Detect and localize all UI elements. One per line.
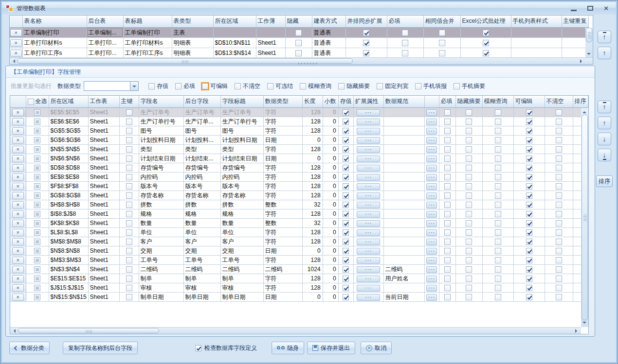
cell-region[interactable] xyxy=(213,27,256,37)
cell-data-spec[interactable] xyxy=(383,135,424,144)
store-value-checkbox[interactable] xyxy=(343,239,349,245)
editable-checkbox[interactable] xyxy=(526,285,532,291)
hidden-checkbox[interactable] xyxy=(295,50,302,56)
cell-worksheet[interactable]: Sheet1 xyxy=(88,135,119,144)
delete-row-button[interactable]: × xyxy=(12,155,24,162)
ext-attr-button[interactable]: ··· xyxy=(357,276,380,282)
column-header[interactable]: 数据规范 xyxy=(383,96,424,107)
cell-region[interactable]: $M$8:$M$8 xyxy=(49,237,88,246)
fuzzy-search-checkbox[interactable] xyxy=(495,266,501,273)
cell-field-name[interactable]: 内控码 xyxy=(139,172,183,181)
delete-row-button[interactable]: × xyxy=(12,220,24,227)
column-header[interactable]: 扩展属性 xyxy=(353,96,383,107)
hide-summary-checkbox[interactable] xyxy=(466,202,472,208)
row-select-checkbox[interactable] xyxy=(34,109,40,116)
option-checkbox[interactable] xyxy=(148,83,155,89)
cell-field-title[interactable]: 版本号 xyxy=(220,181,263,191)
required-checkbox[interactable] xyxy=(444,183,451,190)
cell-workbook[interactable]: Sheet1 xyxy=(256,37,285,48)
cell-length[interactable]: 128 xyxy=(302,144,323,154)
store-value-checkbox[interactable] xyxy=(343,220,349,226)
primary-key-checkbox[interactable] xyxy=(126,183,132,190)
cell-decimal[interactable]: 0 xyxy=(323,191,338,200)
cell-datatype[interactable]: 字符 xyxy=(263,163,302,172)
delete-row-button[interactable]: × xyxy=(12,183,24,190)
cell-length[interactable]: 0 xyxy=(302,135,323,144)
store-value-checkbox[interactable] xyxy=(343,137,349,143)
ext-attr-button[interactable]: ··· xyxy=(357,174,380,181)
column-header[interactable]: 字段标题 xyxy=(220,96,263,107)
cell-workbook[interactable] xyxy=(256,27,285,37)
delete-row-button[interactable]: × xyxy=(12,238,24,245)
cell-backend-field[interactable]: 内控码 xyxy=(183,172,220,181)
ext-attr-button[interactable]: ··· xyxy=(357,220,380,227)
editable-checkbox[interactable] xyxy=(526,165,532,171)
cell-field-title[interactable]: 单位 xyxy=(220,227,263,237)
fuzzy-search-checkbox[interactable] xyxy=(495,276,501,282)
ext-attr-button[interactable]: ··· xyxy=(357,119,380,125)
cell-decimal[interactable]: 0 xyxy=(323,117,338,126)
required-checkbox[interactable] xyxy=(444,229,451,236)
ext-attr-button[interactable]: ··· xyxy=(357,294,380,301)
delete-row-button[interactable]: × xyxy=(12,247,24,255)
cell-data-spec[interactable] xyxy=(383,209,424,218)
fuzzy-search-checkbox[interactable] xyxy=(495,156,501,162)
column-header[interactable]: 不清空 xyxy=(545,96,573,107)
store-value-checkbox[interactable] xyxy=(343,202,349,208)
cell-field-title[interactable]: 计划结束日期 xyxy=(220,154,263,163)
cell-length[interactable]: 128 xyxy=(302,227,323,237)
cell-backend-field[interactable]: 交期 xyxy=(183,246,220,255)
maximize-icon[interactable] xyxy=(587,6,593,11)
editable-checkbox[interactable] xyxy=(526,109,532,116)
cell-decimal[interactable]: 0 xyxy=(323,246,338,255)
store-value-checkbox[interactable] xyxy=(343,276,349,282)
cell-region[interactable]: $F$8:$F$8 xyxy=(49,181,88,191)
cell-worksheet[interactable]: Sheet1 xyxy=(88,107,119,117)
cell-length[interactable]: 128 xyxy=(302,274,323,283)
cell-field-title[interactable]: 生产订单号 xyxy=(220,107,263,117)
fuzzy-search-checkbox[interactable] xyxy=(495,229,501,236)
close-icon[interactable]: × xyxy=(604,5,608,11)
cell-data-spec[interactable] xyxy=(383,126,424,135)
cell-datatype[interactable]: 日期 xyxy=(263,154,302,163)
cell-region[interactable]: $G$5:$G$5 xyxy=(49,126,88,135)
column-header[interactable]: 必填 xyxy=(387,16,423,27)
cell-worksheet[interactable]: Sheet1 xyxy=(88,117,119,126)
store-value-checkbox[interactable] xyxy=(343,146,349,153)
keep-value-checkbox[interactable] xyxy=(556,192,562,199)
cell-field-name[interactable]: 审核 xyxy=(139,283,183,292)
editable-checkbox[interactable] xyxy=(526,248,532,254)
toolbar-option[interactable]: 手机摘要 xyxy=(454,82,485,90)
editable-checkbox[interactable] xyxy=(526,119,532,125)
cell-data-spec[interactable] xyxy=(383,117,424,126)
required-checkbox[interactable] xyxy=(444,239,451,245)
delete-row-button[interactable]: × xyxy=(12,127,24,135)
keep-value-checkbox[interactable] xyxy=(556,109,562,116)
excel-batch-checkbox[interactable] xyxy=(483,40,489,46)
hide-summary-checkbox[interactable] xyxy=(466,183,472,190)
cell-pk-duplicate[interactable] xyxy=(562,37,588,48)
scroll-left-icon[interactable] xyxy=(12,329,16,333)
cell-decimal[interactable]: 0 xyxy=(323,274,338,283)
required-checkbox[interactable] xyxy=(444,174,451,180)
cell-datatype[interactable]: 字符 xyxy=(263,117,302,126)
row-select-checkbox[interactable] xyxy=(34,137,40,143)
cell-field-title[interactable]: 审核 xyxy=(220,283,263,292)
cell-worksheet[interactable]: Sheet1 xyxy=(88,218,119,227)
keep-value-checkbox[interactable] xyxy=(556,119,562,125)
column-header[interactable]: 相同值合并 xyxy=(423,16,460,27)
cell-length[interactable]: 0 xyxy=(302,292,323,301)
cell-datatype[interactable]: 字符 xyxy=(263,237,302,246)
required-checkbox[interactable] xyxy=(402,50,408,56)
cell-data-spec[interactable] xyxy=(383,154,424,163)
cell-table-name[interactable]: 工单打印工序s xyxy=(22,48,87,58)
row-select-checkbox[interactable] xyxy=(34,211,40,217)
column-header[interactable]: 隐藏摘要 xyxy=(455,96,482,107)
delete-row-button[interactable]: × xyxy=(10,39,22,47)
cell-datatype[interactable]: 字符 xyxy=(263,144,302,154)
store-value-checkbox[interactable] xyxy=(343,294,349,300)
column-header[interactable]: 全选 xyxy=(26,96,49,107)
cell-field-title[interactable]: 生产订单行号 xyxy=(220,117,263,126)
store-value-checkbox[interactable] xyxy=(343,248,349,254)
delete-row-button[interactable]: × xyxy=(10,50,22,57)
